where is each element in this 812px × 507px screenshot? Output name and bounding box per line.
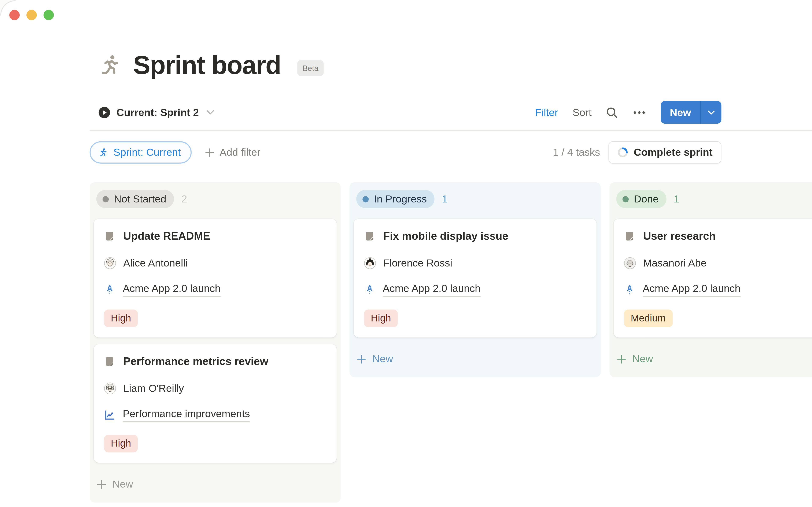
toolbar-divider [90, 130, 812, 131]
column-in-progress: In Progress 1 Fix mobile display issue F… [349, 182, 601, 377]
rocket-icon [624, 284, 636, 295]
runner-icon [98, 53, 122, 77]
priority-tag: High [364, 309, 398, 327]
project-row: Acme App 2.0 launch [624, 283, 812, 296]
view-toolbar: Current: Sprint 2 Filter Sort New [98, 100, 812, 124]
priority-tag: High [104, 309, 138, 327]
assignee-name: Alice Antonelli [123, 257, 188, 269]
florence-avatar [364, 257, 376, 269]
status-dot [103, 196, 109, 202]
play-circle-icon [98, 106, 110, 118]
card-list: Update README Alice Antonelli Acme App 2… [94, 219, 337, 463]
assignee-row: Liam O'Reilly [104, 382, 326, 395]
status-dot [363, 196, 369, 202]
card-title-row: Fix mobile display issue [364, 230, 586, 242]
alice-avatar [104, 257, 116, 269]
assignee-name: Masanori Abe [643, 257, 707, 269]
complete-sprint-label: Complete sprint [634, 147, 713, 158]
assignee-row: Alice Antonelli [104, 257, 326, 270]
card-title-row: User research [624, 230, 812, 242]
add-card-button[interactable]: New [94, 478, 337, 490]
task-card[interactable]: Update README Alice Antonelli Acme App 2… [94, 219, 337, 338]
zoom-window-button[interactable] [44, 10, 54, 20]
column-header: In Progress 1 [354, 190, 597, 208]
liam-avatar [104, 383, 116, 394]
add-filter-button[interactable]: Add filter [205, 147, 261, 158]
column-count: 1 [674, 193, 680, 205]
card-title: Update README [123, 230, 210, 242]
page-title: Sprint board [133, 50, 281, 80]
page-icon [104, 356, 115, 367]
priority-tag: High [104, 435, 138, 452]
sprint-progress-ring-icon [617, 147, 628, 158]
card-list: User research Masanori Abe Acme App 2.0 … [614, 219, 812, 338]
priority-tag: Medium [624, 309, 672, 327]
project-link[interactable]: Acme App 2.0 launch [383, 282, 481, 297]
rocket-icon [364, 284, 376, 295]
status-pill-in-progress[interactable]: In Progress [356, 190, 435, 208]
toolbar-actions: Filter Sort New [535, 100, 721, 124]
plus-icon [205, 148, 214, 157]
add-card-label: New [632, 353, 653, 365]
chevron-down-icon [707, 110, 715, 115]
close-window-button[interactable] [9, 10, 20, 20]
page-icon [624, 231, 635, 241]
search-icon[interactable] [606, 106, 618, 118]
plus-icon [357, 354, 366, 363]
card-list: Fix mobile display issue Florence Rossi … [354, 219, 597, 338]
add-card-button[interactable]: New [614, 353, 812, 365]
add-card-label: New [372, 353, 393, 365]
project-link[interactable]: Acme App 2.0 launch [123, 282, 221, 297]
status-dot [622, 196, 629, 202]
plus-icon [617, 354, 626, 363]
card-title: Performance metrics review [123, 355, 268, 368]
new-task-button[interactable]: New [661, 101, 721, 124]
filter-bar: Sprint: Current Add filter 1 / 4 tasks C… [90, 141, 812, 164]
card-title-row: Update README [104, 230, 326, 242]
runner-icon [98, 147, 108, 158]
card-title: Fix mobile display issue [383, 230, 508, 242]
new-task-button-label[interactable]: New [661, 101, 700, 124]
sprint-filter-label: Sprint: Current [113, 147, 181, 158]
filter-button[interactable]: Filter [535, 106, 558, 118]
column-header: Done 1 [614, 190, 812, 208]
add-card-button[interactable]: New [354, 353, 597, 365]
assignee-row: Masanori Abe [624, 257, 812, 270]
task-card[interactable]: Performance metrics review Liam O'Reilly… [94, 344, 337, 463]
project-link[interactable]: Performance improvements [123, 408, 250, 422]
project-row: Performance improvements [104, 408, 326, 421]
task-card[interactable]: User research Masanori Abe Acme App 2.0 … [614, 219, 812, 338]
assignee-name: Liam O'Reilly [123, 383, 184, 394]
add-card-label: New [112, 478, 133, 490]
column-count: 1 [442, 193, 448, 205]
task-card[interactable]: Fix mobile display issue Florence Rossi … [354, 219, 597, 338]
status-label: Not Started [114, 193, 166, 205]
column-count: 2 [181, 193, 187, 205]
chevron-down-icon [206, 110, 214, 115]
card-title: User research [643, 230, 716, 242]
project-row: Acme App 2.0 launch [364, 283, 586, 296]
minimize-window-button[interactable] [26, 10, 37, 20]
window-controls [9, 10, 54, 20]
new-task-dropdown[interactable] [701, 101, 721, 124]
view-label: Current: Sprint 2 [116, 106, 199, 118]
more-options-icon[interactable] [633, 106, 646, 118]
column-not-started: Not Started 2 Update README Alice Antone… [90, 182, 341, 503]
column-done: Done 1 User research Masanori Abe [609, 182, 812, 377]
plus-icon [97, 480, 106, 489]
project-link[interactable]: Acme App 2.0 launch [643, 282, 741, 297]
sprint-status: 1 / 4 tasks Complete sprint [553, 141, 721, 164]
column-header: Not Started 2 [94, 190, 337, 208]
complete-sprint-button[interactable]: Complete sprint [608, 142, 721, 164]
page-icon [364, 231, 375, 241]
status-pill-not-started[interactable]: Not Started [96, 190, 174, 208]
status-pill-done[interactable]: Done [616, 190, 666, 208]
project-row: Acme App 2.0 launch [104, 283, 326, 296]
chart-increasing-icon [104, 409, 115, 420]
sprint-filter-chip[interactable]: Sprint: Current [90, 142, 192, 164]
task-count: 1 / 4 tasks [553, 147, 600, 158]
beta-badge: Beta [297, 60, 324, 76]
kanban-board: Not Started 2 Update README Alice Antone… [90, 182, 812, 507]
sort-button[interactable]: Sort [573, 106, 592, 118]
masanori-avatar [624, 257, 636, 269]
